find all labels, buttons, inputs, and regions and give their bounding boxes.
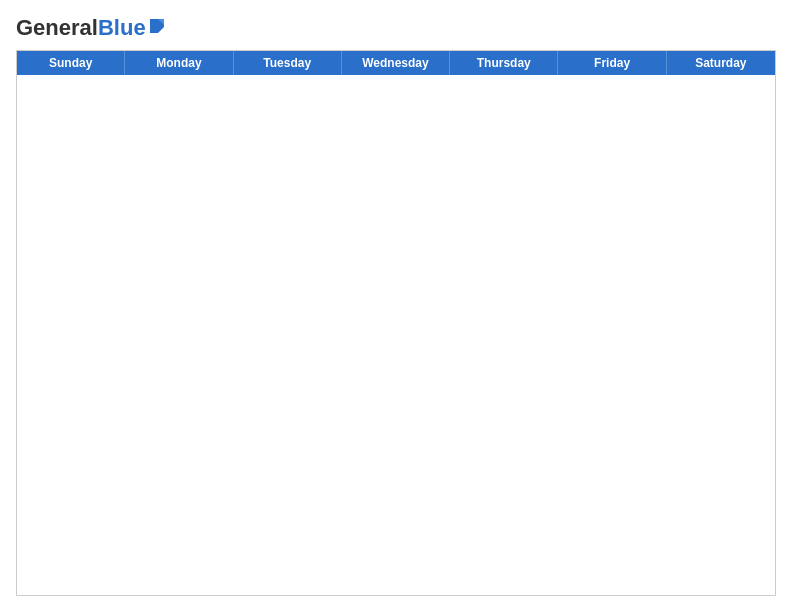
weekday-header-monday: Monday — [125, 51, 233, 75]
weekday-header-wednesday: Wednesday — [342, 51, 450, 75]
logo: GeneralBlue — [16, 16, 166, 40]
calendar-body — [17, 75, 775, 595]
weekday-header-thursday: Thursday — [450, 51, 558, 75]
page: GeneralBlue SundayMondayTuesdayWednesday… — [0, 0, 792, 612]
logo-text: GeneralBlue — [16, 16, 146, 40]
logo-icon — [148, 17, 166, 35]
logo-general: General — [16, 15, 98, 40]
weekday-header-tuesday: Tuesday — [234, 51, 342, 75]
weekday-header-friday: Friday — [558, 51, 666, 75]
calendar: SundayMondayTuesdayWednesdayThursdayFrid… — [16, 50, 776, 596]
weekday-header-saturday: Saturday — [667, 51, 775, 75]
header: GeneralBlue — [16, 16, 776, 40]
logo-blue: Blue — [98, 15, 146, 40]
weekday-header-sunday: Sunday — [17, 51, 125, 75]
calendar-header: SundayMondayTuesdayWednesdayThursdayFrid… — [17, 51, 775, 75]
